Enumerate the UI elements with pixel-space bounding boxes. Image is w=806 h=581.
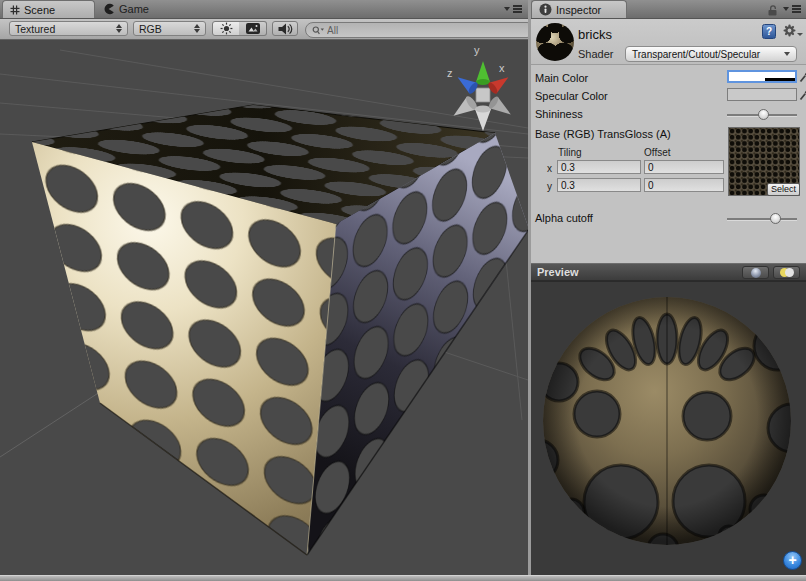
alpha-cutoff-slider[interactable] [727, 212, 797, 225]
axis-y-label: y [547, 181, 552, 192]
tab-inspector-label: Inspector [556, 4, 601, 16]
unity-editor-window: Scene Game Textured RGB [0, 0, 806, 581]
preview-sphere [531, 282, 806, 575]
help-button[interactable] [762, 24, 776, 39]
gizmo-x-label: x [499, 62, 505, 74]
offset-header: Offset [644, 147, 671, 158]
shader-dropdown[interactable]: Transparent/Cutout/Specular [625, 46, 797, 62]
draw-mode-dropdown[interactable]: Textured [9, 21, 128, 36]
eyedropper-icon[interactable] [799, 88, 806, 101]
axis-x-label: x [547, 163, 552, 174]
shininess-slider[interactable] [727, 108, 797, 121]
slider-track[interactable] [727, 218, 797, 221]
main-color-label: Main Color [535, 72, 588, 84]
alpha-cutoff-label: Alpha cutoff [535, 212, 593, 224]
image-icon [246, 23, 260, 34]
offset-x-input[interactable] [644, 160, 724, 174]
material-preview-ball [536, 23, 574, 61]
preview-title: Preview [537, 266, 579, 278]
add-button[interactable] [783, 551, 802, 570]
audio-toggle-button[interactable] [272, 21, 298, 36]
lights-icon [780, 268, 794, 277]
lighting-toggle-button[interactable] [212, 21, 240, 36]
sun-icon [220, 22, 233, 35]
tab-scene[interactable]: Scene [2, 0, 95, 18]
gear-icon [783, 24, 796, 37]
inspector-tabbar: Inspector [531, 0, 806, 19]
chevron-down-icon [797, 33, 803, 36]
scene-3d-view: y x z [0, 40, 528, 575]
updown-arrows-icon [111, 24, 122, 33]
orientation-gizmo[interactable]: y x z [447, 44, 515, 131]
tiling-y-input[interactable] [557, 178, 641, 192]
preview-area[interactable] [531, 281, 806, 575]
game-icon [103, 3, 115, 15]
specular-color-swatch[interactable] [727, 88, 797, 101]
tab-scene-label: Scene [24, 4, 55, 16]
tiling-header: Tiling [558, 147, 582, 158]
scene-search-field[interactable] [305, 22, 535, 38]
color-mode-value: RGB [139, 23, 162, 35]
scene-panel: Scene Game Textured RGB [0, 0, 528, 575]
gear-menu-button[interactable] [783, 24, 803, 37]
search-input[interactable] [325, 24, 528, 37]
gizmo-x-axis[interactable] [487, 72, 512, 95]
shader-value: Transparent/Cutout/Specular [632, 49, 760, 60]
inspector-panel: Inspector bricks Shader Transparent/Cuto… [531, 0, 806, 575]
speaker-icon [278, 23, 293, 35]
offset-y-input[interactable] [644, 178, 724, 192]
inspector-pane-menu-button[interactable] [783, 5, 801, 13]
sphere-icon [751, 268, 761, 278]
updown-arrows-icon [189, 24, 200, 33]
chevron-down-icon [783, 7, 789, 11]
scene-pane-menu-button[interactable] [504, 5, 522, 13]
base-map-label: Base (RGB) TransGloss (A) [535, 128, 671, 140]
gizmo-z-label: z [447, 67, 453, 79]
window-bottom-edge [0, 575, 806, 581]
gizmo-y-label: y [474, 44, 480, 56]
cube-mesh[interactable] [32, 105, 528, 555]
preview-shape-button[interactable] [742, 266, 769, 279]
chevron-down-icon [504, 7, 510, 11]
scene-viewport[interactable]: y x z [0, 40, 528, 575]
shader-label: Shader [578, 48, 613, 60]
select-texture-button[interactable]: Select [767, 183, 800, 196]
grid-icon [10, 5, 20, 15]
material-header: bricks Shader Transparent/Cutout/Specula… [531, 19, 806, 65]
material-name: bricks [578, 27, 612, 42]
preview-header[interactable]: Preview [531, 263, 806, 281]
info-icon [539, 3, 552, 16]
tab-inspector[interactable]: Inspector [531, 0, 627, 18]
color-mode-dropdown[interactable]: RGB [133, 21, 206, 36]
gizmo-center-cube[interactable] [476, 88, 490, 102]
draw-mode-value: Textured [15, 23, 55, 35]
render-mode-button[interactable] [239, 21, 267, 36]
gizmo-z-axis[interactable] [454, 72, 479, 95]
menu-icon [792, 5, 801, 13]
eyedropper-icon[interactable] [799, 70, 806, 83]
scene-tabbar: Scene Game [0, 0, 528, 19]
tab-game[interactable]: Game [103, 0, 149, 18]
tiling-x-input[interactable] [557, 160, 641, 174]
search-icon [312, 26, 325, 35]
slider-handle[interactable] [770, 213, 781, 224]
gizmo-y-axis[interactable] [476, 61, 490, 85]
main-color-swatch[interactable] [727, 70, 797, 83]
specular-color-label: Specular Color [535, 90, 608, 102]
menu-icon [513, 5, 522, 13]
lock-open-icon [767, 4, 778, 17]
shininess-label: Shininess [535, 108, 583, 120]
preview-lighting-button[interactable] [773, 266, 800, 279]
slider-handle[interactable] [758, 109, 769, 120]
tab-game-label: Game [119, 3, 149, 15]
scene-toolbar: Textured RGB [0, 19, 528, 40]
chevron-down-icon [784, 52, 790, 56]
